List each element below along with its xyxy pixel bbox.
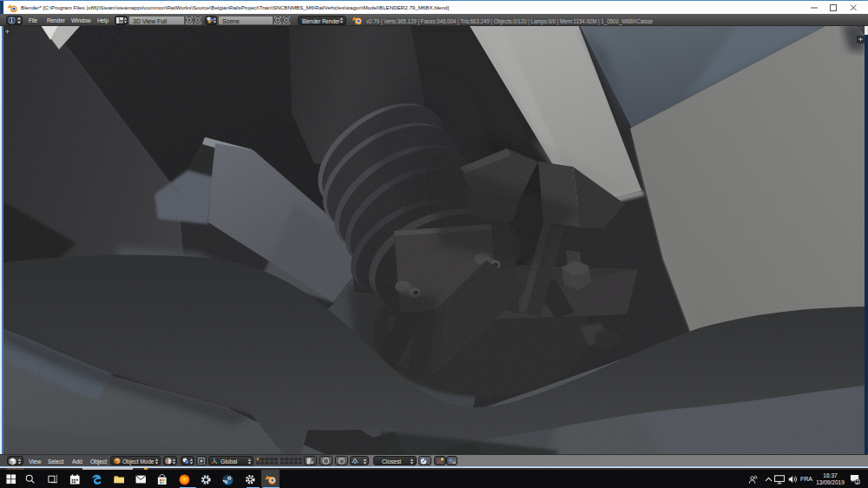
svg-text:2: 2	[856, 478, 858, 484]
